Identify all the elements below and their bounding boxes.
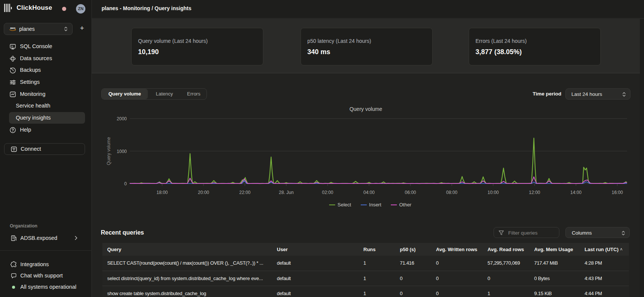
svg-text:22:00: 22:00 [239,190,251,195]
svg-text:12:00: 12:00 [529,190,540,195]
svg-text:04:00: 04:00 [363,190,375,195]
svg-text:20:00: 20:00 [198,190,209,195]
svg-text:10:00: 10:00 [488,190,499,195]
svg-text:2000: 2000 [117,116,127,121]
svg-text:06:00: 06:00 [405,190,416,195]
svg-text:02:00: 02:00 [322,190,333,195]
svg-text:0: 0 [124,181,127,186]
svg-text:18:00: 18:00 [156,190,168,195]
svg-text:16:00: 16:00 [612,190,623,195]
svg-text:08:00: 08:00 [446,190,457,195]
svg-text:Query volume: Query volume [106,137,111,165]
svg-text:28. Jun: 28. Jun [279,190,293,195]
svg-text:14:00: 14:00 [570,190,582,195]
svg-text:aws: aws [10,26,15,30]
svg-text:1000: 1000 [117,149,127,154]
